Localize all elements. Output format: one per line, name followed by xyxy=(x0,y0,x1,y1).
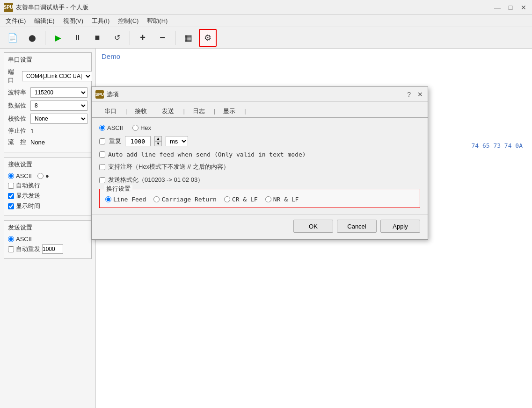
menu-file[interactable]: 文件(E) xyxy=(2,16,29,26)
show-time-label: 显示时间 xyxy=(16,202,40,210)
format-hex-radio[interactable] xyxy=(132,125,138,131)
app-icon: SPU xyxy=(4,3,13,12)
auto-newline-label: 自动换行 xyxy=(16,181,40,190)
receive-settings-section: 接收设置 ASCII ● 自动换行 显示发送 显示时间 xyxy=(4,157,92,215)
format-hex-option[interactable]: Hex xyxy=(132,124,151,131)
serial-settings-title: 串口设置 xyxy=(8,56,87,65)
port-label: 端 口 xyxy=(8,68,20,85)
nrlf-radio[interactable] xyxy=(265,196,271,202)
auto-linefeed-checkbox[interactable] xyxy=(99,151,105,157)
recv-ascii-radio[interactable] xyxy=(8,173,14,179)
newline-box-title: 换行设置 xyxy=(104,185,132,193)
comment-option[interactable]: 支持注释（Hex模式下不发送 // 之后的内容） xyxy=(99,163,229,171)
recv-ascii-label: ASCII xyxy=(16,172,32,179)
format-ascii-option[interactable]: ASCII xyxy=(99,124,123,131)
flow-value: None xyxy=(30,139,45,146)
layout-button[interactable]: ▦ xyxy=(179,29,197,47)
format-send-option[interactable]: 发送格式化（010203 -> 01 02 03） xyxy=(99,176,204,184)
parity-select[interactable]: None xyxy=(30,114,87,124)
stop-button[interactable]: ■ xyxy=(88,29,106,47)
format-ascii-radio[interactable] xyxy=(99,125,105,131)
ms-select[interactable]: ms xyxy=(166,136,188,146)
dialog-help-button[interactable]: ? xyxy=(406,91,412,98)
recv-hex-label: ● xyxy=(45,172,49,179)
toolbar: 📄 ⬤ ▶ ⏸ ■ ↺ + − ▦ ⚙ xyxy=(0,27,532,49)
maximize-button[interactable]: □ xyxy=(506,3,515,12)
dialog-body: ASCII Hex 重复 ▲ ▼ ms Auto add line xyxy=(92,118,428,215)
remove-button[interactable]: − xyxy=(153,29,171,47)
settings-button[interactable]: ⚙ xyxy=(199,29,217,47)
dialog-title: 选项 xyxy=(107,90,119,99)
cr-option[interactable]: Carriage Return xyxy=(153,196,216,203)
comment-checkbox[interactable] xyxy=(99,164,105,170)
dialog-icon: SPU xyxy=(95,90,104,99)
tab-log[interactable]: 日志 xyxy=(186,105,212,117)
format-send-checkbox[interactable] xyxy=(99,177,105,183)
show-send-checkbox[interactable] xyxy=(8,193,14,199)
refresh-button[interactable]: ↺ xyxy=(108,29,126,47)
toolbar-separator-1 xyxy=(45,31,45,45)
cancel-button[interactable]: Cancel xyxy=(337,220,377,233)
demo-label: Demo xyxy=(96,49,532,64)
lf-option[interactable]: Line Feed xyxy=(105,196,146,203)
menu-edit[interactable]: 编辑(E) xyxy=(30,16,58,26)
repeat-checkbox[interactable] xyxy=(99,138,105,144)
tab-receive[interactable]: 接收 xyxy=(128,105,154,117)
auto-linefeed-option[interactable]: Auto add line feed when send (Only valid… xyxy=(99,151,306,158)
recv-hex-radio[interactable] xyxy=(37,173,44,179)
left-panel: 串口设置 端 口 COM4(JLink CDC UA| 波特率 115200 数… xyxy=(0,49,96,408)
ok-button[interactable]: OK xyxy=(293,220,333,233)
receive-settings-title: 接收设置 xyxy=(8,160,87,170)
menu-view[interactable]: 视图(V) xyxy=(59,16,87,26)
baud-label: 波特率 xyxy=(8,88,29,97)
menu-tools[interactable]: 工具(I) xyxy=(88,16,113,26)
crlf-radio[interactable] xyxy=(224,196,230,202)
repeat-input[interactable] xyxy=(125,136,151,146)
add-button[interactable]: + xyxy=(134,29,152,47)
dialog-close-button[interactable]: ✕ xyxy=(416,91,424,98)
minimize-button[interactable]: — xyxy=(493,3,502,12)
record-button[interactable]: ⬤ xyxy=(23,29,41,47)
tab-serial[interactable]: 串口 xyxy=(97,105,124,117)
cr-radio[interactable] xyxy=(153,196,160,202)
repeat-spinner: ▲ ▼ xyxy=(154,136,162,146)
port-select[interactable]: COM4(JLink CDC UA| xyxy=(22,71,92,81)
serial-settings-section: 串口设置 端 口 COM4(JLink CDC UA| 波特率 115200 数… xyxy=(4,52,92,152)
send-ascii-label: ASCII xyxy=(16,236,32,243)
auto-newline-checkbox[interactable] xyxy=(8,183,14,189)
stopbits-value: 1 xyxy=(30,128,34,135)
databits-label: 数据位 xyxy=(8,101,29,110)
menu-help[interactable]: 帮助(H) xyxy=(143,16,171,26)
show-send-label: 显示发送 xyxy=(16,192,40,200)
stopbits-label: 停止位 xyxy=(8,127,29,135)
crlf-option[interactable]: CR & LF xyxy=(224,196,258,203)
databits-select[interactable]: 8 xyxy=(30,100,87,111)
flow-label: 流 控 xyxy=(8,138,29,146)
apply-button[interactable]: Apply xyxy=(380,220,420,233)
dialog-tabs: 串口 | 接收 发送 | 日志 | 显示 | xyxy=(92,102,428,118)
spinner-down[interactable]: ▼ xyxy=(154,141,162,146)
nrlf-option[interactable]: NR & LF xyxy=(265,196,299,203)
auto-resend-label: 自动重发 xyxy=(16,245,40,253)
toolbar-separator-2 xyxy=(130,31,130,45)
auto-resend-input[interactable] xyxy=(42,244,63,254)
auto-resend-checkbox[interactable] xyxy=(8,246,14,252)
lf-radio[interactable] xyxy=(105,196,111,202)
send-ascii-radio[interactable] xyxy=(8,236,14,242)
pause-button[interactable]: ⏸ xyxy=(69,29,87,47)
spinner-up[interactable]: ▲ xyxy=(154,136,162,141)
baud-select[interactable]: 115200 xyxy=(30,87,87,98)
new-doc-button[interactable]: 📄 xyxy=(4,29,22,47)
play-button[interactable]: ▶ xyxy=(49,29,67,47)
newline-settings-box: 换行设置 Line Feed Carriage Return CR & LF N… xyxy=(99,189,420,208)
menu-control[interactable]: 控制(C) xyxy=(114,16,142,26)
menu-bar: 文件(E) 编辑(E) 视图(V) 工具(I) 控制(C) 帮助(H) xyxy=(0,15,532,27)
tab-display[interactable]: 显示 xyxy=(216,105,242,117)
options-dialog: SPU 选项 ? ✕ 串口 | 接收 发送 | 日志 | 显示 | ASCII xyxy=(91,86,428,240)
repeat-label: 重复 xyxy=(109,137,121,145)
window-title: 友善串口调试助手 - 个人版 xyxy=(16,3,88,12)
dialog-title-bar: SPU 选项 ? ✕ xyxy=(92,87,428,102)
tab-send[interactable]: 发送 xyxy=(155,105,181,117)
close-button[interactable]: ✕ xyxy=(519,3,528,12)
show-time-checkbox[interactable] xyxy=(8,203,14,209)
